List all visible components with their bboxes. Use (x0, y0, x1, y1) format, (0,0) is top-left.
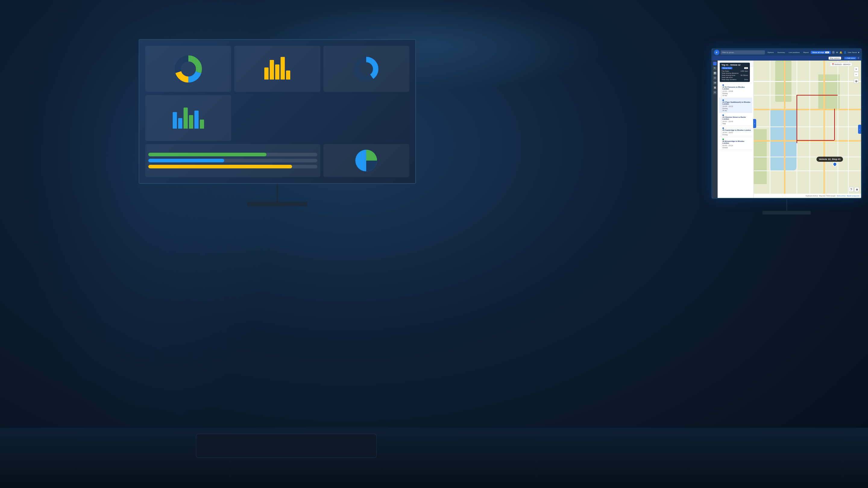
progress-bar-3 (148, 165, 292, 168)
terms-label[interactable]: Terms of Use (837, 195, 845, 197)
tooltip-row-drive-time: Total driving time: 9h 50min (721, 74, 748, 76)
bar-chart-2 (171, 106, 206, 130)
trip-4-time: 19:22 - 19:44 (722, 121, 751, 122)
bar-2 (270, 60, 274, 79)
sidebar-icon-settings[interactable]: ⚙ (713, 76, 717, 80)
trip-2-time: 13:20 - 19:00 (722, 90, 751, 92)
trip-5-title: #5 Cambridge to Rhodes London (722, 129, 751, 131)
donut-chart-widget (145, 46, 231, 92)
bar-chart-1 (263, 57, 292, 81)
tooltip-title: Trip #1 - Vehicle 12 (721, 64, 748, 66)
help-icon[interactable]: ? (832, 51, 835, 54)
tooltip-row-idle: Total idle time: (721, 76, 748, 78)
mail-icon[interactable]: ✉ (836, 51, 838, 54)
sidebar-icon-list[interactable]: 📋 (713, 86, 717, 90)
bar-a2 (178, 118, 182, 129)
trip-item-2[interactable]: #2 St Clements to Rhodes London 13:20 - … (719, 83, 752, 98)
app-logo[interactable]: F (714, 50, 719, 55)
tab-summary[interactable]: Summary (776, 51, 786, 54)
bar-a3 (184, 107, 188, 129)
trip-2-title: #2 St Clements to Rhodes London (722, 86, 751, 90)
pie-chart-svg (352, 147, 380, 174)
date-range-label: 05/03/23 - 05/04/23 (835, 64, 850, 65)
street-v-1 (770, 61, 770, 198)
sidebar-icon-config[interactable]: ⚙ (713, 91, 717, 94)
bar-a4 (189, 115, 193, 129)
donut-chart-svg-2 (352, 56, 380, 83)
route-v-2 (834, 109, 835, 140)
bar-5 (286, 70, 290, 79)
street-map (754, 61, 861, 198)
trip-2-detail: 10 kw (722, 95, 751, 96)
trip-dot-2 (722, 84, 724, 86)
map-marker-inner (832, 161, 838, 167)
sidebar-icon-chart[interactable]: 📊 (713, 71, 717, 75)
trip-dot-6 (722, 138, 724, 140)
subtoolbar-separator: | (842, 57, 843, 59)
app-ui: F Filter by group... Options Summary Liv… (712, 49, 861, 198)
zoom-in-button[interactable]: + (854, 67, 859, 71)
route-h-2 (797, 140, 834, 141)
collapse-right-button[interactable]: ‹ (858, 125, 861, 134)
green-area-2 (818, 74, 840, 109)
app-subtoolbar: Map options | + Add zone ⚙ (712, 56, 861, 61)
user-icon[interactable]: 👤 (844, 51, 846, 54)
progress-bar-3-container (148, 165, 317, 168)
search-box[interactable]: Filter by group... (721, 50, 765, 55)
trip-3-desc: Driving (722, 107, 751, 109)
notification-icon[interactable]: 🔔 (839, 51, 842, 54)
progress-bar-1 (148, 153, 267, 156)
left-monitor-screen (138, 39, 416, 184)
bar-3 (275, 64, 279, 79)
show-trips-btn[interactable]: Show trips (721, 67, 733, 69)
street-v-4 (838, 61, 838, 198)
trip-3-detail: 2h kw (722, 110, 751, 111)
tab-options[interactable]: Options (766, 51, 775, 54)
trip-item-5[interactable]: #5 Cambridge to Rhodes London 19:44 - 19… (719, 126, 752, 137)
map-options-button[interactable]: Map options (829, 57, 841, 60)
zoom-out-button[interactable]: − (854, 72, 859, 77)
bar-a6 (200, 120, 204, 129)
collapse-panel-button[interactable]: › (753, 119, 756, 128)
settings-icon[interactable]: ▾ (858, 51, 859, 54)
street-v-major-1 (784, 61, 785, 198)
app-sidebar: 📍 🔍 📊 ⚙ 🗺 📋 ⚙ (712, 61, 718, 198)
trip-item-3[interactable]: #3 (Tiger Saddlewerk) to Rhodes London 1… (719, 98, 752, 113)
trip-dot-3 (722, 99, 724, 101)
tooltip-row-stop: Total stop duration: 2min (721, 78, 748, 80)
donut-chart-widget-2 (323, 46, 409, 92)
tab-show-all-trips[interactable]: Show all trips 11 (811, 51, 830, 54)
right-monitor-frame: F Filter by group... Options Summary Liv… (711, 48, 862, 199)
trip-list-items: #1 St Clements to Rhodes London 14:32 - … (718, 67, 753, 198)
bar-chart-widget-1 (234, 46, 320, 92)
locate-button[interactable]: ⊕ (854, 78, 859, 84)
tab-live-positions[interactable]: Live positions (787, 51, 801, 54)
map-date-badge: 📅 05/03/23 - 05/04/23 (830, 62, 852, 66)
map-help-button[interactable]: ? (849, 187, 854, 192)
trip-5-time: 19:44 - 19:57 (722, 132, 751, 133)
street-v-3 (809, 61, 810, 198)
app-main: 📍 🔍 📊 ⚙ 🗺 📋 ⚙ Trips History ℹ (712, 61, 861, 198)
trip-item-6[interactable]: #6 Brownridge to Rhodes London 19:55 - 2… (719, 137, 752, 150)
vehicle-tooltip: Trip #1 - Vehicle 12 Show trips 11 Trip … (720, 63, 750, 82)
search-placeholder: Filter by group... (722, 52, 735, 53)
map-marker[interactable] (833, 162, 837, 166)
sidebar-icon-layers[interactable]: 🗺 (713, 81, 717, 85)
left-monitor-base (247, 202, 307, 206)
map-footer: Keyboard shortcut Map data ©2023 Google … (754, 194, 861, 198)
right-monitor-stand (786, 199, 787, 211)
sidebar-icon-map[interactable]: 📍 (713, 62, 717, 65)
tooltip-row-distance: Total driving distance: (721, 72, 748, 74)
map-data-label: Map data ©2023 Google (819, 195, 836, 197)
map-layers-button[interactable]: ⊞ (855, 187, 859, 192)
subtoolbar-gear-icon[interactable]: ⚙ (858, 57, 859, 59)
report-error-label[interactable]: Report a map error (847, 195, 860, 197)
sidebar-icon-search[interactable]: 🔍 (713, 67, 717, 70)
right-monitor: F Filter by group... Options Summary Liv… (711, 48, 862, 205)
trip-item-4[interactable]: #4 Clennon Street to Racks London 19:22 … (719, 113, 752, 126)
map-area: 📅 05/03/23 - 05/04/23 + − ⊕ Vehicle 12, … (754, 61, 861, 198)
add-zone-button[interactable]: + Add zone (844, 57, 856, 59)
progress-bar-1-container (148, 153, 317, 156)
tab-report[interactable]: Report (802, 51, 810, 54)
trip-5-desc: Driving (722, 134, 751, 135)
